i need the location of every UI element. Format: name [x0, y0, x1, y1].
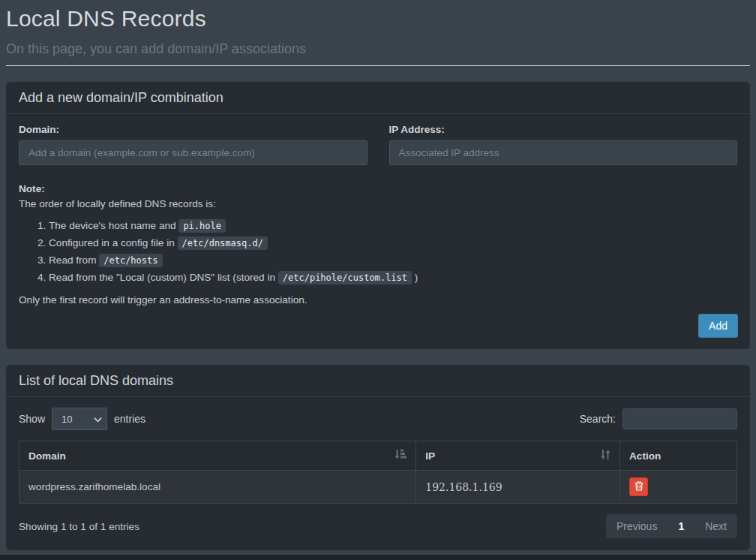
- dns-list-panel-body: Show 10 entries Search:: [6, 397, 750, 550]
- page-footer-strip: [0, 555, 756, 560]
- domain-cell: wordpress.zarifhomelab.local: [20, 471, 416, 504]
- inline-code: /etc/pihole/custom.list: [278, 271, 412, 285]
- table-info: Showing 1 to 1 of 1 entries: [19, 521, 140, 532]
- note-block: Note: The order of locally defined DNS r…: [19, 182, 737, 308]
- pagination-previous[interactable]: Previous: [606, 514, 668, 538]
- ip-field-group: IP Address:: [389, 124, 738, 165]
- add-domain-panel-footer: Add: [6, 312, 750, 349]
- pagination: Previous 1 Next: [606, 514, 737, 538]
- note-heading: Note:: [19, 182, 737, 197]
- trash-icon: [634, 481, 644, 493]
- note-item: The device's host name and pi.hole: [49, 218, 737, 233]
- search-control: Search:: [580, 408, 737, 429]
- table-row: wordpress.zarifhomelab.local 192.168.1.1…: [20, 471, 737, 504]
- page-length-control: Show 10 entries: [19, 408, 146, 430]
- domain-field-group: Domain:: [19, 124, 368, 165]
- note-item: Read from the "Local (custom) DNS" list …: [49, 270, 737, 285]
- ip-address-input[interactable]: [389, 140, 738, 165]
- page-title: Local DNS Records: [6, 0, 750, 32]
- header-divider: [6, 65, 750, 66]
- note-intro: The order of locally defined DNS records…: [19, 197, 737, 212]
- inline-code: /etc/dnsmasq.d/: [178, 236, 268, 250]
- sort-both-icon: [600, 449, 610, 462]
- add-domain-panel-title: Add a new domain/IP combination: [19, 90, 224, 105]
- pagination-next[interactable]: Next: [694, 514, 737, 538]
- entries-label: entries: [114, 413, 146, 425]
- dns-list-panel-header: List of local DNS domains: [6, 365, 750, 397]
- column-header-ip[interactable]: IP: [416, 441, 620, 471]
- delete-record-button[interactable]: [629, 477, 648, 496]
- ip-cell: 192.168.1.169: [416, 471, 620, 504]
- inline-code: pi.hole: [178, 219, 226, 233]
- search-input[interactable]: [622, 408, 737, 429]
- show-label: Show: [19, 413, 45, 425]
- search-label: Search:: [580, 413, 616, 425]
- add-domain-panel: Add a new domain/IP combination Domain: …: [6, 82, 750, 349]
- add-domain-panel-body: Domain: IP Address: Note: The order of l…: [6, 114, 750, 312]
- dns-list-panel-title: List of local DNS domains: [19, 373, 173, 388]
- domain-input[interactable]: [19, 140, 368, 165]
- domain-label: Domain:: [19, 124, 368, 135]
- note-footer: Only the first record will trigger an ad…: [19, 293, 737, 308]
- dns-records-table: Domain: [19, 441, 737, 504]
- page-length-select[interactable]: 10: [52, 408, 107, 430]
- sort-amount-asc-icon: [394, 449, 406, 462]
- table-header-row: Domain: [20, 441, 737, 471]
- note-item: Read from /etc/hosts: [49, 253, 737, 268]
- inline-code: /etc/hosts: [99, 254, 162, 267]
- dns-list-panel: List of local DNS domains Show 10 entrie…: [6, 365, 750, 550]
- action-cell: [620, 471, 737, 504]
- column-header-action: Action: [620, 441, 737, 471]
- page-content: Local DNS Records On this page, you can …: [0, 0, 756, 550]
- add-button[interactable]: Add: [698, 314, 738, 338]
- note-item: Configured in a config file in /etc/dnsm…: [49, 236, 737, 251]
- pagination-page-1[interactable]: 1: [668, 514, 694, 538]
- ip-address-label: IP Address:: [389, 124, 738, 135]
- page-subtitle: On this page, you can add domain/IP asso…: [6, 41, 750, 57]
- note-list: The device's host name and pi.hole Confi…: [19, 218, 737, 285]
- add-domain-panel-header: Add a new domain/IP combination: [6, 82, 750, 114]
- column-header-domain[interactable]: Domain: [20, 441, 416, 471]
